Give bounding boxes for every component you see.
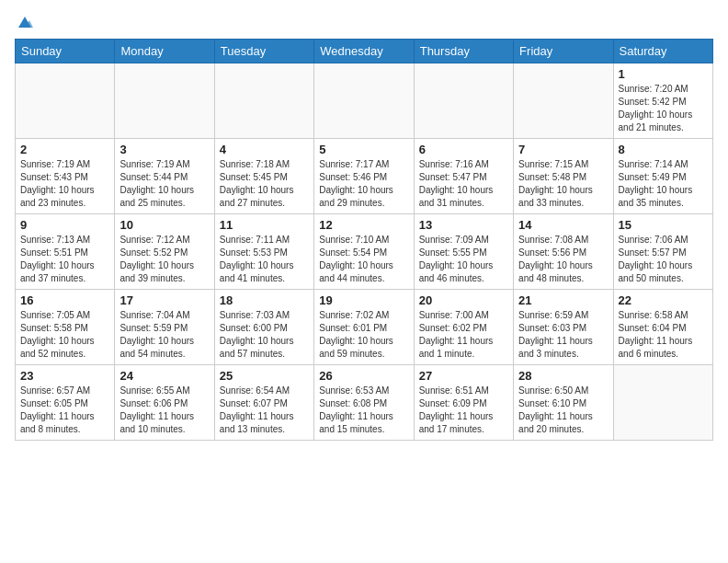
calendar-day-cell [214,63,313,139]
calendar-day-cell [414,63,513,139]
calendar-week-row: 23Sunrise: 6:57 AM Sunset: 6:05 PM Dayli… [16,365,713,441]
calendar-day-cell: 28Sunrise: 6:50 AM Sunset: 6:10 PM Dayli… [514,365,613,441]
day-info: Sunrise: 7:20 AM Sunset: 5:42 PM Dayligh… [619,83,708,134]
day-info: Sunrise: 6:50 AM Sunset: 6:10 PM Dayligh… [518,385,608,436]
day-number: 26 [319,369,408,383]
weekday-header-wednesday: Wednesday [314,40,414,63]
day-number: 9 [20,218,109,232]
day-number: 23 [20,369,109,383]
day-info: Sunrise: 7:06 AM Sunset: 5:57 PM Dayligh… [619,234,708,285]
weekday-header-sunday: Sunday [16,40,115,63]
day-number: 17 [119,293,209,307]
calendar-week-row: 2Sunrise: 7:19 AM Sunset: 5:43 PM Daylig… [16,139,713,214]
calendar-day-cell: 25Sunrise: 6:54 AM Sunset: 6:07 PM Dayli… [214,365,313,441]
day-info: Sunrise: 7:19 AM Sunset: 5:43 PM Dayligh… [20,158,109,210]
calendar-day-cell: 12Sunrise: 7:10 AM Sunset: 5:54 PM Dayli… [314,214,414,290]
calendar-day-cell: 17Sunrise: 7:04 AM Sunset: 5:59 PM Dayli… [115,290,214,365]
calendar-week-row: 9Sunrise: 7:13 AM Sunset: 5:51 PM Daylig… [16,214,713,290]
calendar-day-cell: 26Sunrise: 6:53 AM Sunset: 6:08 PM Dayli… [314,365,414,441]
day-info: Sunrise: 7:17 AM Sunset: 5:46 PM Dayligh… [319,158,408,210]
calendar-day-cell: 20Sunrise: 7:00 AM Sunset: 6:02 PM Dayli… [414,290,513,365]
day-number: 6 [419,143,508,156]
day-info: Sunrise: 7:03 AM Sunset: 6:00 PM Dayligh… [220,309,309,361]
day-number: 21 [518,293,608,307]
calendar-day-cell: 4Sunrise: 7:18 AM Sunset: 5:45 PM Daylig… [214,139,313,214]
weekday-header-friday: Friday [514,40,613,63]
calendar-day-cell: 9Sunrise: 7:13 AM Sunset: 5:51 PM Daylig… [16,214,115,290]
logo-icon [17,15,33,31]
day-number: 28 [518,369,608,383]
day-info: Sunrise: 7:00 AM Sunset: 6:02 PM Dayligh… [419,309,508,361]
calendar-day-cell: 5Sunrise: 7:17 AM Sunset: 5:46 PM Daylig… [314,139,414,214]
day-number: 8 [619,143,708,156]
day-info: Sunrise: 6:51 AM Sunset: 6:09 PM Dayligh… [419,385,508,436]
day-info: Sunrise: 7:15 AM Sunset: 5:48 PM Dayligh… [518,158,608,210]
day-info: Sunrise: 6:54 AM Sunset: 6:07 PM Dayligh… [220,385,309,436]
calendar-day-cell: 2Sunrise: 7:19 AM Sunset: 5:43 PM Daylig… [16,139,115,214]
calendar-day-cell: 13Sunrise: 7:09 AM Sunset: 5:55 PM Dayli… [414,214,513,290]
day-info: Sunrise: 7:14 AM Sunset: 5:49 PM Dayligh… [619,158,708,210]
day-number: 5 [319,143,408,156]
calendar-day-cell: 24Sunrise: 6:55 AM Sunset: 6:06 PM Dayli… [115,365,214,441]
calendar-week-row: 1Sunrise: 7:20 AM Sunset: 5:42 PM Daylig… [16,63,713,139]
calendar-day-cell: 22Sunrise: 6:58 AM Sunset: 6:04 PM Dayli… [613,290,712,365]
day-info: Sunrise: 6:53 AM Sunset: 6:08 PM Dayligh… [319,385,408,436]
day-number: 27 [419,369,508,383]
day-info: Sunrise: 6:57 AM Sunset: 6:05 PM Dayligh… [20,385,109,436]
day-number: 15 [619,218,708,232]
calendar-day-cell: 15Sunrise: 7:06 AM Sunset: 5:57 PM Dayli… [613,214,712,290]
day-info: Sunrise: 7:02 AM Sunset: 6:01 PM Dayligh… [319,309,408,361]
day-number: 14 [518,218,608,232]
day-info: Sunrise: 7:09 AM Sunset: 5:55 PM Dayligh… [419,234,508,285]
day-info: Sunrise: 7:18 AM Sunset: 5:45 PM Dayligh… [220,158,309,210]
calendar-day-cell: 16Sunrise: 7:05 AM Sunset: 5:58 PM Dayli… [16,290,115,365]
calendar-day-cell [514,63,613,139]
day-info: Sunrise: 6:59 AM Sunset: 6:03 PM Dayligh… [518,309,608,361]
day-info: Sunrise: 7:19 AM Sunset: 5:44 PM Dayligh… [119,158,209,210]
day-info: Sunrise: 7:12 AM Sunset: 5:52 PM Dayligh… [119,234,209,285]
logo [15,15,35,31]
day-number: 4 [220,143,309,156]
calendar-day-cell: 23Sunrise: 6:57 AM Sunset: 6:05 PM Dayli… [16,365,115,441]
day-number: 12 [319,218,408,232]
calendar-day-cell [16,63,115,139]
calendar-day-cell: 14Sunrise: 7:08 AM Sunset: 5:56 PM Dayli… [514,214,613,290]
day-number: 11 [220,218,309,232]
day-number: 25 [220,369,309,383]
calendar-header-row: SundayMondayTuesdayWednesdayThursdayFrid… [16,40,713,63]
day-number: 18 [220,293,309,307]
day-number: 10 [119,218,209,232]
day-info: Sunrise: 7:11 AM Sunset: 5:53 PM Dayligh… [220,234,309,285]
day-number: 7 [518,143,608,156]
day-number: 2 [20,143,109,156]
calendar-day-cell [613,365,712,441]
day-number: 3 [119,143,209,156]
calendar-day-cell: 21Sunrise: 6:59 AM Sunset: 6:03 PM Dayli… [514,290,613,365]
calendar-day-cell [314,63,414,139]
day-number: 16 [20,293,109,307]
calendar-day-cell: 1Sunrise: 7:20 AM Sunset: 5:42 PM Daylig… [613,63,712,139]
day-number: 20 [419,293,508,307]
day-info: Sunrise: 7:13 AM Sunset: 5:51 PM Dayligh… [20,234,109,285]
weekday-header-saturday: Saturday [613,40,712,63]
day-number: 1 [619,67,708,81]
weekday-header-thursday: Thursday [414,40,513,63]
weekday-header-tuesday: Tuesday [214,40,313,63]
day-info: Sunrise: 7:05 AM Sunset: 5:58 PM Dayligh… [20,309,109,361]
calendar-day-cell [115,63,214,139]
day-number: 19 [319,293,408,307]
calendar-day-cell: 8Sunrise: 7:14 AM Sunset: 5:49 PM Daylig… [613,139,712,214]
calendar-table: SundayMondayTuesdayWednesdayThursdayFrid… [15,39,713,441]
calendar-day-cell: 7Sunrise: 7:15 AM Sunset: 5:48 PM Daylig… [514,139,613,214]
day-info: Sunrise: 7:16 AM Sunset: 5:47 PM Dayligh… [419,158,508,210]
calendar-day-cell: 19Sunrise: 7:02 AM Sunset: 6:01 PM Dayli… [314,290,414,365]
calendar-day-cell: 27Sunrise: 6:51 AM Sunset: 6:09 PM Dayli… [414,365,513,441]
calendar-day-cell: 6Sunrise: 7:16 AM Sunset: 5:47 PM Daylig… [414,139,513,214]
calendar-day-cell: 18Sunrise: 7:03 AM Sunset: 6:00 PM Dayli… [214,290,313,365]
day-info: Sunrise: 6:55 AM Sunset: 6:06 PM Dayligh… [119,385,209,436]
calendar-day-cell: 11Sunrise: 7:11 AM Sunset: 5:53 PM Dayli… [214,214,313,290]
day-info: Sunrise: 7:04 AM Sunset: 5:59 PM Dayligh… [119,309,209,361]
day-number: 22 [619,293,708,307]
day-info: Sunrise: 7:08 AM Sunset: 5:56 PM Dayligh… [518,234,608,285]
day-number: 13 [419,218,508,232]
